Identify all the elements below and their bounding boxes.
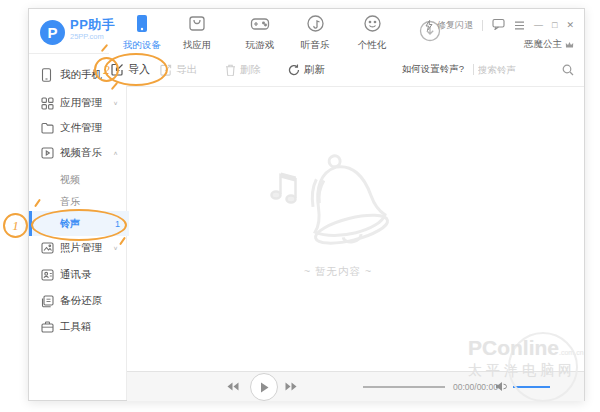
sidebar-subitem-label: 视频 bbox=[60, 173, 80, 187]
sidebar-item-contacts[interactable]: 通讯录 bbox=[29, 263, 126, 287]
logo-domain: 25PP.com bbox=[70, 33, 115, 41]
delete-button[interactable]: 删除 bbox=[225, 53, 261, 86]
how-to-set-ringtone-link[interactable]: 如何设置铃声? bbox=[402, 53, 464, 86]
ringtone-toolbar: 导入 导出 删除 刷新 如何设置铃声? bbox=[109, 53, 584, 86]
feedback-icon bbox=[492, 18, 505, 30]
appstore-icon bbox=[188, 14, 206, 33]
annotation-step-1: 1 bbox=[3, 213, 28, 238]
sidebar-subitem-music[interactable]: 音乐 bbox=[29, 192, 126, 212]
chevron-down-icon: ∨ bbox=[113, 100, 118, 106]
tab-play-games[interactable]: 玩游戏 bbox=[230, 14, 290, 52]
tab-my-device[interactable]: 我的设备 bbox=[112, 14, 172, 52]
tab-label: 个性化 bbox=[342, 39, 402, 52]
phone-icon bbox=[41, 68, 55, 82]
annotation-step-1-number: 1 bbox=[12, 218, 19, 234]
sidebar-item-label: 通讯录 bbox=[60, 268, 92, 282]
import-label: 导入 bbox=[128, 62, 150, 77]
sidebar-item-my-phone[interactable]: 我的手机 bbox=[29, 63, 126, 87]
sidebar-item-label: 视频音乐 bbox=[60, 146, 102, 160]
username: 恶魔公主 bbox=[524, 38, 562, 51]
volume-button[interactable] bbox=[495, 372, 507, 401]
tab-listen-music[interactable]: 听音乐 bbox=[285, 14, 345, 52]
refresh-icon bbox=[288, 64, 300, 76]
trash-icon bbox=[225, 64, 236, 76]
feedback-button[interactable] bbox=[492, 16, 505, 34]
volume-slider[interactable] bbox=[513, 386, 550, 388]
window-controls: 修复闪退 — □ ✕ bbox=[424, 16, 574, 34]
time-display: 00:00/00:00 bbox=[453, 372, 498, 401]
sidebar-subitem-ringtone[interactable]: 铃声 1 bbox=[29, 211, 129, 236]
progress-bar[interactable] bbox=[363, 386, 445, 388]
export-icon bbox=[160, 64, 172, 76]
fix-crash-button[interactable]: 修复闪退 bbox=[424, 19, 473, 32]
toolbar-divider bbox=[126, 86, 584, 87]
export-button[interactable]: 导出 bbox=[160, 53, 197, 86]
app-logo[interactable]: P PP助手 25PP.com bbox=[40, 18, 115, 45]
fix-crash-label: 修复闪退 bbox=[437, 19, 473, 32]
search-input[interactable] bbox=[476, 63, 558, 76]
device-icon bbox=[134, 14, 150, 33]
close-button[interactable]: ✕ bbox=[566, 21, 574, 30]
play-button[interactable] bbox=[250, 373, 278, 401]
previous-track-button[interactable] bbox=[227, 372, 239, 401]
logo-name: PP助手 bbox=[70, 18, 115, 31]
tab-label: 我的设备 bbox=[112, 39, 172, 52]
app-header: P PP助手 25PP.com 我的设备 找应用 bbox=[29, 9, 584, 54]
personalize-icon bbox=[363, 14, 382, 33]
tab-label: 听音乐 bbox=[285, 39, 345, 52]
refresh-label: 刷新 bbox=[304, 63, 325, 77]
previous-icon bbox=[227, 382, 239, 391]
folder-icon bbox=[41, 121, 55, 135]
menu-button[interactable] bbox=[514, 16, 525, 34]
tab-label: 玩游戏 bbox=[230, 39, 290, 52]
divider bbox=[473, 64, 474, 75]
logo-text: PP助手 25PP.com bbox=[70, 18, 115, 41]
next-track-button[interactable] bbox=[285, 372, 297, 401]
sidebar-item-app-management[interactable]: 应用管理 ∨ bbox=[29, 91, 126, 115]
help-label: 如何设置铃声? bbox=[402, 63, 464, 76]
photos-icon bbox=[41, 241, 55, 255]
backup-icon bbox=[41, 294, 55, 308]
user-account[interactable]: 恶魔公主 bbox=[524, 38, 574, 51]
sidebar-item-photo-management[interactable]: 照片管理 ∨ bbox=[29, 236, 126, 260]
bell-illustration bbox=[263, 147, 413, 257]
player-bar: 00:00/00:00 bbox=[127, 371, 584, 401]
search-icon[interactable] bbox=[562, 64, 574, 76]
empty-state-text: ~ 暂无内容 ~ bbox=[258, 265, 418, 279]
apps-icon bbox=[41, 96, 55, 110]
tab-personalize[interactable]: 个性化 bbox=[342, 14, 402, 52]
media-icon bbox=[41, 146, 55, 160]
sidebar-item-label: 文件管理 bbox=[60, 121, 102, 135]
screenshot-stage: P PP助手 25PP.com 我的设备 找应用 bbox=[0, 0, 600, 412]
tab-find-apps[interactable]: 找应用 bbox=[167, 14, 227, 52]
toolbox-icon bbox=[41, 320, 55, 334]
sidebar-item-label: 应用管理 bbox=[60, 96, 102, 110]
minimize-button[interactable]: — bbox=[534, 21, 543, 30]
games-icon bbox=[250, 14, 270, 33]
refresh-button[interactable]: 刷新 bbox=[288, 53, 325, 86]
sidebar-subitem-label: 音乐 bbox=[60, 195, 80, 209]
sidebar-item-file-management[interactable]: 文件管理 bbox=[29, 116, 126, 140]
divider bbox=[482, 20, 483, 31]
sidebar-item-toolbox[interactable]: 工具箱 bbox=[29, 315, 126, 339]
empty-state: ~ 暂无内容 ~ bbox=[258, 147, 418, 279]
sidebar-divider bbox=[126, 86, 127, 400]
maximize-button[interactable]: □ bbox=[552, 21, 557, 30]
play-icon bbox=[260, 382, 269, 393]
sidebar-item-backup-restore[interactable]: 备份还原 bbox=[29, 289, 126, 313]
chevron-up-icon: ∧ bbox=[113, 150, 118, 156]
sidebar-item-video-music[interactable]: 视频音乐 ∧ bbox=[29, 141, 126, 165]
speaker-icon bbox=[495, 381, 507, 392]
fix-crash-icon bbox=[424, 20, 434, 31]
sidebar-item-label: 我的手机 bbox=[60, 68, 102, 82]
menu-icon bbox=[514, 21, 525, 30]
vip-icon bbox=[565, 41, 574, 49]
export-label: 导出 bbox=[176, 63, 197, 77]
music-icon bbox=[306, 14, 325, 33]
next-icon bbox=[285, 382, 297, 391]
sidebar-subitem-video[interactable]: 视频 bbox=[29, 170, 126, 190]
tab-label: 找应用 bbox=[167, 39, 227, 52]
ringtone-count-badge: 1 bbox=[115, 219, 120, 229]
sidebar-item-label: 照片管理 bbox=[60, 241, 102, 255]
ringtone-search bbox=[476, 53, 574, 86]
